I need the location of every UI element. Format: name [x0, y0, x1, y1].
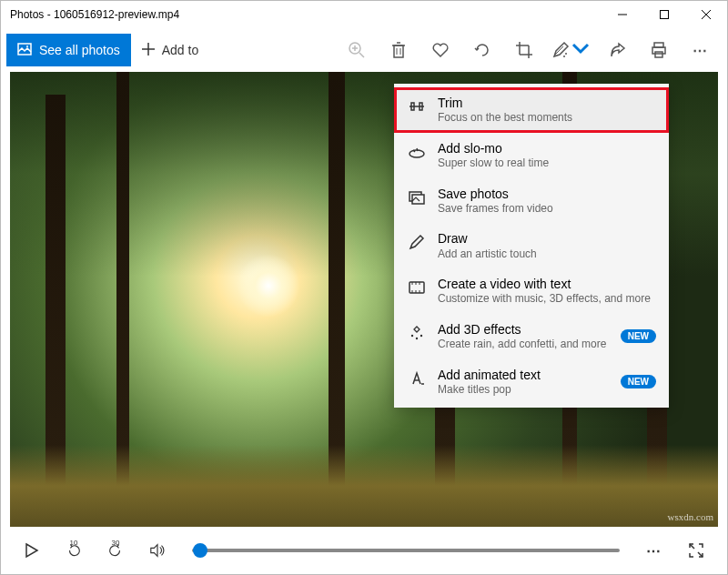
crop-button[interactable] [503, 28, 545, 72]
menu-subtitle: Customize with music, 3D effects, and mo… [438, 292, 656, 307]
edit-create-button[interactable] [545, 28, 596, 72]
svg-marker-46 [26, 544, 37, 557]
see-all-label: See all photos [39, 43, 120, 57]
svg-point-43 [416, 338, 418, 339]
video-text-icon [407, 277, 427, 298]
seek-slider[interactable] [192, 549, 620, 552]
maximize-button[interactable] [643, 1, 685, 28]
svg-point-22 [563, 55, 565, 57]
svg-rect-12 [394, 45, 403, 57]
menu-item-save-photos[interactable]: Save photos Save frames from video [394, 178, 669, 224]
plus-icon [142, 43, 155, 58]
menu-item-animated-text[interactable]: Add animated text Make titles pop NEW [394, 359, 669, 405]
svg-rect-1 [661, 11, 669, 19]
svg-point-41 [411, 335, 413, 337]
svg-rect-25 [655, 52, 662, 57]
svg-point-21 [565, 53, 567, 55]
draw-icon [407, 232, 427, 252]
menu-subtitle: Save frames from video [438, 202, 656, 217]
menu-item-draw[interactable]: Draw Add an artistic touch [394, 223, 669, 268]
edit-create-menu: Trim Focus on the best moments Add slo-m… [394, 84, 669, 408]
close-button[interactable] [685, 1, 727, 28]
menu-title: Save photos [438, 186, 656, 202]
svg-rect-34 [410, 282, 424, 293]
add-to-button[interactable]: Add to [131, 34, 209, 66]
menu-subtitle: Create rain, add confetti, and more [438, 338, 610, 352]
skip-back-button[interactable]: 10 [57, 534, 90, 567]
chevron-down-icon [571, 39, 590, 61]
watermark: wsxdn.com [668, 511, 713, 522]
skip-fwd-label: 30 [112, 539, 120, 547]
skip-forward-button[interactable]: 30 [99, 534, 132, 567]
menu-item-slomo[interactable]: Add slo-mo Super slow to real time [394, 133, 669, 178]
toolbar: See all photos Add to [1, 28, 727, 72]
menu-subtitle: Make titles pop [438, 383, 610, 398]
playback-bar: 10 30 ⋯ [1, 527, 727, 574]
svg-marker-47 [151, 545, 157, 557]
menu-title: Add slo-mo [438, 140, 656, 156]
menu-title: Add 3D effects [438, 321, 610, 338]
seek-thumb[interactable] [193, 543, 207, 558]
menu-subtitle: Focus on the best moments [438, 111, 656, 126]
zoom-button[interactable] [336, 28, 378, 72]
menu-item-3d-effects[interactable]: Add 3D effects Create rain, add confetti… [394, 314, 669, 359]
window-title: Photos - 1060516912-preview.mp4 [10, 8, 179, 21]
svg-line-9 [359, 53, 364, 57]
titlebar: Photos - 1060516912-preview.mp4 [1, 1, 727, 28]
menu-subtitle: Add an artistic touch [438, 247, 656, 262]
skip-back-label: 10 [70, 539, 78, 547]
share-button[interactable] [596, 28, 638, 72]
svg-point-42 [420, 335, 422, 337]
menu-title: Draw [438, 230, 656, 247]
volume-button[interactable] [141, 534, 174, 567]
fullscreen-button[interactable] [680, 534, 713, 567]
svg-point-5 [26, 45, 28, 47]
menu-title: Trim [438, 95, 656, 111]
add-to-label: Add to [162, 43, 198, 57]
svg-line-31 [417, 148, 418, 151]
svg-point-29 [410, 150, 424, 157]
app-window: Photos - 1060516912-preview.mp4 See all … [0, 0, 728, 575]
menu-item-trim[interactable]: Trim Focus on the best moments [394, 87, 669, 133]
playback-more-button[interactable]: ⋯ [638, 534, 671, 567]
menu-subtitle: Super slow to real time [438, 156, 656, 171]
save-photos-icon [407, 187, 427, 207]
window-controls [602, 1, 727, 28]
new-badge: NEW [621, 329, 656, 343]
new-badge: NEW [621, 375, 656, 388]
svg-rect-24 [652, 47, 665, 54]
more-button[interactable]: ⋯ [680, 28, 722, 72]
effects-3d-icon [407, 323, 427, 343]
delete-button[interactable] [378, 28, 420, 72]
menu-title: Add animated text [438, 367, 610, 383]
photos-icon [17, 42, 32, 59]
see-all-photos-button[interactable]: See all photos [6, 34, 131, 66]
print-button[interactable] [638, 28, 680, 72]
trim-icon [407, 96, 427, 116]
menu-item-video-text[interactable]: Create a video with text Customize with … [394, 268, 669, 314]
favorite-button[interactable] [420, 28, 461, 72]
menu-title: Create a video with text [438, 276, 656, 292]
animated-text-icon [407, 368, 427, 388]
slomo-icon [407, 142, 427, 162]
minimize-button[interactable] [602, 1, 643, 28]
rotate-button[interactable] [461, 28, 503, 72]
play-button[interactable] [15, 534, 48, 567]
